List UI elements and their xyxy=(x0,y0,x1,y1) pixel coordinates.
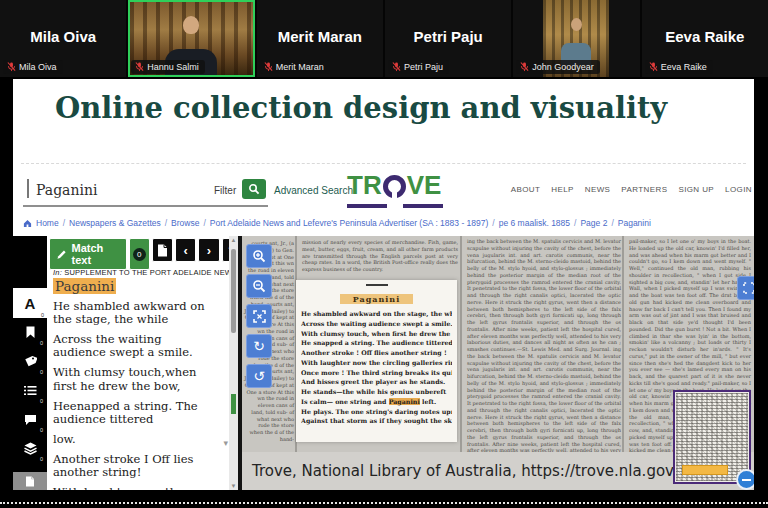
article-context: In: SUPPLEMENT TO THE PORT ADELAIDE NEWS xyxy=(53,268,229,277)
newspaper-column: mission of nearly every species of merch… xyxy=(299,236,461,285)
article-body: He shambled awkward on the stage, the wh… xyxy=(296,309,457,426)
breadcrumb-newspapers[interactable]: Newspapers & Gazettes xyxy=(69,218,161,228)
viewer-controls: ↻ ↺ xyxy=(246,244,272,388)
transcription-toolbar: Match text 0 ‹ › ? xyxy=(49,238,229,270)
scroll-up-icon[interactable]: ▲ xyxy=(229,237,238,243)
breadcrumb-query[interactable]: Paganini xyxy=(618,218,651,228)
article-highlight-block[interactable]: Paganini He shambled awkward on the stag… xyxy=(296,280,457,442)
tag-button[interactable]: 0 xyxy=(13,347,47,376)
trove-logo-o-ring xyxy=(383,175,406,198)
search-result-marker xyxy=(231,394,236,414)
page-view-button[interactable] xyxy=(13,472,47,490)
menu-about[interactable]: ABOUT xyxy=(511,185,541,194)
bookmark-button[interactable]: 0 xyxy=(13,318,47,347)
list-icon xyxy=(24,385,37,396)
breadcrumb-date[interactable]: pe 6 maalisk. 1885 xyxy=(499,218,570,228)
text-line: Heenapped a string. The audience tittere… xyxy=(53,400,217,426)
participant-label: Eeva Raike xyxy=(645,60,713,74)
scroll-down-icon[interactable]: ▼ xyxy=(229,483,238,489)
tag-icon xyxy=(24,355,37,368)
article-view-button[interactable] xyxy=(152,238,173,262)
mic-muted-icon xyxy=(7,62,16,72)
text-line: He shambled awkward on the stage, the wh… xyxy=(53,300,217,326)
logo-underline xyxy=(347,204,387,208)
match-text-button[interactable]: Match text xyxy=(49,238,127,270)
rotate-ccw-icon: ↺ xyxy=(253,369,265,383)
scrollbar-thumb[interactable] xyxy=(231,249,236,333)
search-input[interactable]: Paganini xyxy=(36,182,97,198)
chevron-left-icon: ‹ xyxy=(183,243,187,258)
home-icon xyxy=(23,219,32,228)
article-rule xyxy=(366,284,388,286)
participant-tile[interactable]: Mila Oiva Mila Oiva xyxy=(0,0,126,77)
page-icon xyxy=(25,476,35,487)
breadcrumb-newspaper-title[interactable]: Port Adelaide News and Lefevre's Peninsu… xyxy=(210,218,489,228)
search-term-highlight: Paganini xyxy=(53,278,116,294)
minimap-collapse-button[interactable] xyxy=(736,469,754,490)
chevron-right-icon: › xyxy=(207,243,211,258)
expand-view-button[interactable] xyxy=(737,276,754,300)
breadcrumb-page[interactable]: Page 2 xyxy=(580,218,607,228)
transcribed-text[interactable]: He shambled awkward on the stage, the wh… xyxy=(53,300,217,490)
layers-button[interactable]: 0 xyxy=(13,434,47,463)
search-icon xyxy=(248,183,260,195)
zoom-in-button[interactable] xyxy=(246,244,272,268)
expand-icon xyxy=(743,282,754,294)
bottom-bar xyxy=(0,490,768,508)
menu-news[interactable]: NEWS xyxy=(585,185,611,194)
help-button[interactable]: ? xyxy=(222,238,229,262)
top-menu: ABOUT HELP NEWS PARTNERS SIGN UP LOGIN xyxy=(511,185,752,194)
text-line: Another stroke I Off lies another string… xyxy=(53,453,217,479)
breadcrumb: Home / Newspapers & Gazettes / Browse / … xyxy=(23,218,754,228)
fullscreen-icon xyxy=(253,310,266,323)
trove-logo[interactable]: TRVE xyxy=(347,172,447,208)
document-icon xyxy=(157,244,168,257)
page-minimap[interactable] xyxy=(673,390,751,484)
text-size-button[interactable]: A 0 xyxy=(13,288,47,318)
comment-button[interactable]: 0 xyxy=(13,405,47,434)
zoom-out-button[interactable] xyxy=(246,274,272,298)
video-strip: Mila Oiva Mila Oiva Hannu Salmi Merit Ma… xyxy=(0,0,768,77)
breadcrumb-browse[interactable]: Browse xyxy=(171,218,199,228)
previous-article-button[interactable]: ‹ xyxy=(175,238,196,262)
rotate-ccw-button[interactable]: ↺ xyxy=(246,364,272,388)
correction-count-badge: 0 xyxy=(133,248,146,261)
menu-signup[interactable]: SIGN UP xyxy=(678,185,714,194)
menu-login[interactable]: LOGIN xyxy=(725,185,752,194)
next-article-button[interactable]: › xyxy=(198,238,219,262)
breadcrumb-home[interactable]: Home xyxy=(36,218,59,228)
advanced-search-link[interactable]: Advanced Search xyxy=(274,185,353,196)
panel-scrollbar[interactable]: ▲ ▼ xyxy=(229,236,238,490)
mic-muted-icon xyxy=(135,62,144,72)
participant-tile[interactable]: Petri Paju Petri Paju xyxy=(385,0,511,77)
correction-count-button[interactable]: 0 xyxy=(129,238,150,270)
search-button[interactable] xyxy=(242,179,266,199)
search-underline xyxy=(23,205,268,207)
participant-tile[interactable]: Eeva Raike Eeva Raike xyxy=(642,0,768,77)
menu-help[interactable]: HELP xyxy=(551,185,574,194)
participant-label: Mila Oiva xyxy=(3,60,63,74)
comment-icon xyxy=(24,414,37,426)
minus-icon xyxy=(742,479,751,481)
participant-tile[interactable]: John Goodyear xyxy=(513,0,639,77)
rotate-cw-icon: ↻ xyxy=(253,339,265,353)
shared-screen-slide: Online collection design and visuality P… xyxy=(13,79,754,490)
filter-button[interactable]: Filter xyxy=(214,185,236,196)
fullscreen-button[interactable] xyxy=(246,304,272,328)
text-line: With clumsy touch,when first he drew the… xyxy=(53,366,217,392)
scroll-more-icon: ▾ xyxy=(223,438,228,448)
newspaper-viewer[interactable]: courts ant, Jr., (a Mt. Bailey) to Gen. … xyxy=(242,236,754,490)
participant-tile[interactable]: Merit Maran Merit Maran xyxy=(257,0,383,77)
list-button[interactable]: 0 xyxy=(13,376,47,405)
slide-caption: Trove, National Library of Australia, ht… xyxy=(252,462,701,480)
mic-muted-icon xyxy=(649,62,658,72)
mic-muted-icon xyxy=(520,62,529,72)
participant-tile-active-speaker[interactable]: Hannu Salmi xyxy=(128,0,254,77)
menu-partners[interactable]: PARTNERS xyxy=(621,185,667,194)
zoom-in-icon xyxy=(252,249,266,263)
minimap-highlight xyxy=(682,465,728,475)
rotate-cw-button[interactable]: ↻ xyxy=(246,334,272,358)
text-cursor xyxy=(27,179,29,198)
layers-icon xyxy=(24,442,37,455)
newspaper-column: ing the back between the M. spatulis cer… xyxy=(464,236,624,452)
